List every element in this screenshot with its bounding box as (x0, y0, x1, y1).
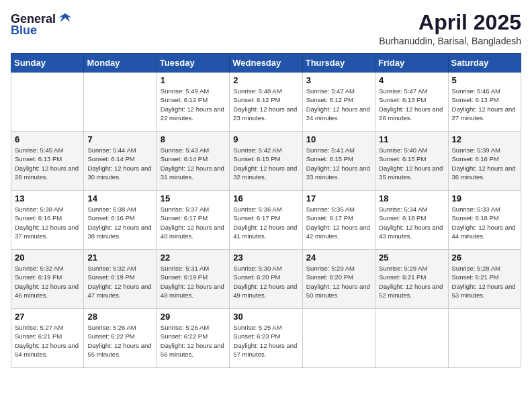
day-info: Sunrise: 5:26 AM Sunset: 6:22 PM Dayligh… (87, 323, 152, 359)
month-title: April 2025 (379, 11, 521, 34)
day-number: 20 (15, 253, 80, 263)
day-number: 16 (233, 193, 298, 203)
day-number: 5 (452, 75, 517, 85)
col-header-saturday: Saturday (448, 54, 521, 73)
logo: General Blue (11, 11, 73, 36)
day-number: 27 (15, 312, 80, 322)
day-number: 24 (306, 253, 371, 263)
calendar-cell: 9Sunrise: 5:42 AM Sunset: 6:15 PM Daylig… (230, 132, 302, 191)
day-info: Sunrise: 5:32 AM Sunset: 6:19 PM Dayligh… (15, 264, 80, 300)
day-info: Sunrise: 5:28 AM Sunset: 6:21 PM Dayligh… (452, 264, 517, 300)
calendar-cell: 30Sunrise: 5:25 AM Sunset: 6:23 PM Dayli… (230, 309, 302, 368)
calendar-cell: 28Sunrise: 5:26 AM Sunset: 6:22 PM Dayli… (84, 309, 157, 368)
calendar-cell: 26Sunrise: 5:28 AM Sunset: 6:21 PM Dayli… (448, 250, 521, 309)
day-info: Sunrise: 5:46 AM Sunset: 6:13 PM Dayligh… (452, 87, 517, 122)
calendar-cell: 22Sunrise: 5:31 AM Sunset: 6:19 PM Dayli… (157, 250, 229, 309)
day-number: 30 (233, 312, 298, 322)
calendar-header-row: SundayMondayTuesdayWednesdayThursdayFrid… (11, 54, 521, 73)
day-number: 12 (452, 134, 517, 144)
day-number: 7 (87, 134, 152, 144)
week-row-5: 27Sunrise: 5:27 AM Sunset: 6:21 PM Dayli… (11, 309, 521, 368)
day-info: Sunrise: 5:49 AM Sunset: 6:12 PM Dayligh… (161, 87, 226, 122)
day-info: Sunrise: 5:48 AM Sunset: 6:12 PM Dayligh… (233, 87, 298, 122)
calendar-cell: 5Sunrise: 5:46 AM Sunset: 6:13 PM Daylig… (448, 73, 521, 132)
day-info: Sunrise: 5:44 AM Sunset: 6:14 PM Dayligh… (87, 146, 152, 181)
day-number: 26 (452, 253, 517, 263)
day-info: Sunrise: 5:47 AM Sunset: 6:13 PM Dayligh… (379, 87, 444, 122)
week-row-1: 1Sunrise: 5:49 AM Sunset: 6:12 PM Daylig… (11, 73, 521, 132)
day-number: 13 (15, 193, 80, 203)
day-info: Sunrise: 5:35 AM Sunset: 6:17 PM Dayligh… (306, 205, 371, 240)
day-number: 15 (161, 193, 226, 203)
day-number: 25 (379, 253, 444, 263)
logo-bird-icon (57, 11, 73, 27)
day-number: 19 (452, 193, 517, 203)
day-info: Sunrise: 5:40 AM Sunset: 6:15 PM Dayligh… (379, 146, 444, 181)
day-info: Sunrise: 5:42 AM Sunset: 6:15 PM Dayligh… (233, 146, 298, 181)
day-info: Sunrise: 5:38 AM Sunset: 6:16 PM Dayligh… (87, 205, 152, 240)
calendar-cell: 11Sunrise: 5:40 AM Sunset: 6:15 PM Dayli… (375, 132, 448, 191)
title-area: April 2025 Burhanuddin, Barisal, Banglad… (379, 11, 521, 46)
calendar-cell: 8Sunrise: 5:43 AM Sunset: 6:14 PM Daylig… (157, 132, 229, 191)
day-info: Sunrise: 5:26 AM Sunset: 6:22 PM Dayligh… (161, 323, 226, 359)
page-header: General Blue April 2025 Burhanuddin, Bar… (11, 11, 521, 46)
calendar-cell (302, 309, 375, 368)
day-number: 21 (87, 253, 152, 263)
day-number: 14 (87, 193, 152, 203)
col-header-monday: Monday (84, 54, 157, 73)
day-info: Sunrise: 5:29 AM Sunset: 6:21 PM Dayligh… (379, 264, 444, 300)
calendar-cell: 21Sunrise: 5:32 AM Sunset: 6:19 PM Dayli… (84, 250, 157, 309)
calendar-cell: 14Sunrise: 5:38 AM Sunset: 6:16 PM Dayli… (84, 191, 157, 250)
calendar-cell: 15Sunrise: 5:37 AM Sunset: 6:17 PM Dayli… (157, 191, 229, 250)
col-header-friday: Friday (375, 54, 448, 73)
day-number: 10 (306, 134, 371, 144)
calendar-cell (11, 73, 84, 132)
calendar-cell: 29Sunrise: 5:26 AM Sunset: 6:22 PM Dayli… (157, 309, 229, 368)
day-info: Sunrise: 5:41 AM Sunset: 6:15 PM Dayligh… (306, 146, 371, 181)
day-number: 4 (379, 75, 444, 85)
week-row-3: 13Sunrise: 5:38 AM Sunset: 6:16 PM Dayli… (11, 191, 521, 250)
calendar-cell: 6Sunrise: 5:45 AM Sunset: 6:13 PM Daylig… (11, 132, 84, 191)
day-number: 23 (233, 253, 298, 263)
day-number: 1 (161, 75, 226, 85)
day-number: 18 (379, 193, 444, 203)
day-info: Sunrise: 5:36 AM Sunset: 6:17 PM Dayligh… (233, 205, 298, 240)
calendar-cell (84, 73, 157, 132)
day-info: Sunrise: 5:30 AM Sunset: 6:20 PM Dayligh… (233, 264, 298, 300)
calendar-cell: 4Sunrise: 5:47 AM Sunset: 6:13 PM Daylig… (375, 73, 448, 132)
calendar-cell: 24Sunrise: 5:29 AM Sunset: 6:20 PM Dayli… (302, 250, 375, 309)
svg-marker-0 (58, 13, 73, 22)
day-info: Sunrise: 5:34 AM Sunset: 6:18 PM Dayligh… (379, 205, 444, 240)
day-info: Sunrise: 5:32 AM Sunset: 6:19 PM Dayligh… (87, 264, 152, 300)
day-info: Sunrise: 5:39 AM Sunset: 6:16 PM Dayligh… (452, 146, 517, 181)
day-info: Sunrise: 5:47 AM Sunset: 6:12 PM Dayligh… (306, 87, 371, 122)
calendar-cell: 13Sunrise: 5:38 AM Sunset: 6:16 PM Dayli… (11, 191, 84, 250)
calendar-cell: 23Sunrise: 5:30 AM Sunset: 6:20 PM Dayli… (230, 250, 302, 309)
calendar-cell: 1Sunrise: 5:49 AM Sunset: 6:12 PM Daylig… (157, 73, 229, 132)
day-number: 2 (233, 75, 298, 85)
day-number: 8 (161, 134, 226, 144)
day-info: Sunrise: 5:25 AM Sunset: 6:23 PM Dayligh… (233, 323, 298, 359)
calendar-cell: 18Sunrise: 5:34 AM Sunset: 6:18 PM Dayli… (375, 191, 448, 250)
day-info: Sunrise: 5:33 AM Sunset: 6:18 PM Dayligh… (452, 205, 517, 240)
calendar-cell: 7Sunrise: 5:44 AM Sunset: 6:14 PM Daylig… (84, 132, 157, 191)
day-info: Sunrise: 5:38 AM Sunset: 6:16 PM Dayligh… (15, 205, 80, 240)
calendar-cell: 2Sunrise: 5:48 AM Sunset: 6:12 PM Daylig… (230, 73, 302, 132)
calendar-cell (448, 309, 521, 368)
location-title: Burhanuddin, Barisal, Bangladesh (379, 36, 521, 46)
calendar-cell: 25Sunrise: 5:29 AM Sunset: 6:21 PM Dayli… (375, 250, 448, 309)
day-number: 28 (87, 312, 152, 322)
day-number: 17 (306, 193, 371, 203)
day-number: 9 (233, 134, 298, 144)
calendar-cell: 10Sunrise: 5:41 AM Sunset: 6:15 PM Dayli… (302, 132, 375, 191)
day-number: 3 (306, 75, 371, 85)
day-info: Sunrise: 5:27 AM Sunset: 6:21 PM Dayligh… (15, 323, 80, 359)
calendar-cell (375, 309, 448, 368)
col-header-thursday: Thursday (302, 54, 375, 73)
logo-blue: Blue (11, 24, 37, 36)
calendar-table: SundayMondayTuesdayWednesdayThursdayFrid… (11, 53, 521, 368)
calendar-cell: 16Sunrise: 5:36 AM Sunset: 6:17 PM Dayli… (230, 191, 302, 250)
day-number: 11 (379, 134, 444, 144)
col-header-tuesday: Tuesday (157, 54, 229, 73)
day-info: Sunrise: 5:37 AM Sunset: 6:17 PM Dayligh… (161, 205, 226, 240)
